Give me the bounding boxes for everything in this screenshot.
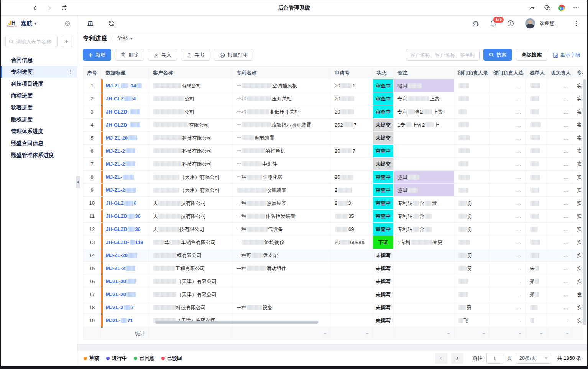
browser-menu-icon[interactable]: [572, 4, 580, 12]
form-search-input[interactable]: [16, 39, 54, 44]
reload-icon[interactable]: [60, 4, 68, 12]
record-link[interactable]: MJZL-71: [106, 318, 133, 323]
sidebar-collapse-handle[interactable]: [76, 176, 80, 188]
batch-print-button[interactable]: 批量打印: [214, 49, 253, 61]
sidebar-item-8[interactable]: 熙盛合同信息: [1, 137, 77, 149]
stats-dropdown-arrow[interactable]: [566, 333, 569, 335]
record-link[interactable]: JH-GLZD-: [106, 122, 141, 128]
delete-button[interactable]: 删除: [115, 49, 144, 61]
table-row[interactable]: 5MJ-ZL-20科技有限公司一调节装置未提交......实: [83, 132, 581, 145]
table-row[interactable]: 8MJ-ZL-（天津）有限公司一种尘净化塔20审查中驳回......实: [83, 171, 581, 184]
stats-dropdown-arrow[interactable]: [324, 333, 327, 335]
record-link[interactable]: MJZL-27: [106, 305, 134, 310]
sidebar-item-5[interactable]: 软著进度: [1, 102, 77, 114]
page-number-input[interactable]: [486, 353, 503, 364]
header-more-icon[interactable]: [572, 19, 580, 28]
table-search-input[interactable]: [410, 52, 475, 58]
export-button[interactable]: 导出: [181, 49, 210, 61]
sidebar-item-6[interactable]: 版权进度: [1, 114, 77, 125]
sidebar-item-4[interactable]: 商标进度: [1, 90, 77, 102]
add-form-button[interactable]: +: [61, 36, 72, 47]
refresh-icon[interactable]: [107, 19, 116, 28]
table-row[interactable]: 2JH-GLZ4公司一种压开关柜20审查中专利上费......实: [83, 92, 581, 105]
table-row[interactable]: 14MJ-ZL-20程有限公司一种可盘支架未撰写勇......实: [83, 249, 581, 262]
table-row[interactable]: 11JH-GLZD36天技有限公司一种体防挥发装置35审查中专利转含勇.....…: [83, 210, 581, 223]
data-title-cell: JH-GLZD36: [101, 223, 149, 236]
workspace-switcher[interactable]: 嘉航: [21, 20, 37, 27]
table-row[interactable]: 18MJZL-27科技有限公司一种设备未撰写勇......实: [83, 301, 581, 314]
search-button[interactable]: 搜索: [483, 49, 512, 61]
table-row[interactable]: 17MJZL-20（天津）有限公司未撰写.郑...发: [83, 288, 581, 301]
sidebar-item-3[interactable]: 科技项目进度: [1, 78, 77, 90]
table-row[interactable]: 16MJZL-20（天津）有限公司未撰写.郑...实: [83, 275, 581, 288]
share-icon[interactable]: [528, 4, 536, 12]
wechat-icon[interactable]: [543, 4, 552, 12]
vertical-scrollbar[interactable]: [583, 79, 586, 325]
help-icon[interactable]: ?: [506, 19, 515, 28]
import-button[interactable]: 导入: [148, 49, 177, 61]
record-link[interactable]: JH-GLZ6: [106, 200, 136, 206]
show-fields-button[interactable]: 显示字段: [551, 51, 582, 58]
table-row[interactable]: 1MJ-ZL-04有限公司一空调挡风板201审查中驳回......实: [83, 79, 581, 92]
record-link[interactable]: MJ-ZL-04: [106, 83, 142, 89]
sidebar-item-9[interactable]: 熙盛管理体系进度: [1, 149, 77, 161]
stats-dropdown-arrow[interactable]: [482, 333, 485, 335]
stats-dropdown-arrow[interactable]: [366, 333, 369, 335]
home-bank-icon[interactable]: [86, 19, 94, 28]
redacted-text: [458, 214, 467, 219]
record-link[interactable]: MJ-ZL-2: [106, 161, 136, 167]
record-link[interactable]: JH-GLZ4: [106, 96, 136, 102]
next-page-button[interactable]: [451, 353, 463, 364]
record-link[interactable]: MJ-ZL-2: [106, 187, 136, 193]
gear-icon[interactable]: [63, 19, 72, 28]
chrome-profile-icon[interactable]: [558, 5, 565, 11]
cell-text: 科技有限公司: [182, 161, 212, 168]
page-size-select[interactable]: 20条/页: [516, 353, 551, 364]
customer-name-cell: 天技有限公司: [149, 197, 233, 209]
user-avatar[interactable]: [525, 18, 535, 29]
table-row[interactable]: 4JH-GLZD-有限公司一疏散指示照明装置2027未提交1专上含2上.....…: [83, 119, 581, 132]
horizontal-scrollbar[interactable]: [155, 321, 318, 324]
back-icon[interactable]: [31, 4, 39, 12]
record-link[interactable]: MJ-ZL-: [106, 174, 135, 180]
stats-dropdown-arrow[interactable]: [447, 333, 450, 335]
table-row[interactable]: 7MJ-ZL-2科技有限公司一中组件未提交......实: [83, 158, 581, 171]
sidebar-item-2[interactable]: 专利进度: [1, 66, 77, 78]
customer-name-cell: 科技有限公司: [149, 301, 233, 314]
sidebar-item-7[interactable]: 管理体系进度: [1, 125, 77, 137]
record-link[interactable]: MJ-ZL-2: [106, 265, 136, 271]
record-link[interactable]: MJZL-20: [106, 292, 136, 297]
table-row[interactable]: 12JH-GLZD36天技有限公司一种气设备69审查中专利转含勇......实: [83, 223, 581, 236]
record-link[interactable]: MJZL-20: [106, 278, 136, 284]
application-no-cell: [331, 275, 373, 288]
record-link[interactable]: JH-GLZD-119: [106, 239, 143, 245]
record-link[interactable]: MJ-ZL-2: [106, 148, 136, 154]
table-row[interactable]: 6MJ-ZL-2科技有限公司一的打卷机207审查中......实: [83, 145, 581, 158]
view-filter-dropdown[interactable]: 全部: [117, 35, 133, 42]
table-row[interactable]: 10JH-GLZ6天技有限公司一种热反应釜23审查中专利转含费勇......实: [83, 197, 581, 210]
notifications-button[interactable]: 175: [490, 20, 496, 27]
data-title-cell: JH-GLZ4: [101, 92, 149, 105]
record-link[interactable]: JH-GLZD36: [106, 226, 141, 232]
redacted-text: [458, 201, 467, 206]
advanced-search-button[interactable]: 高级搜索: [516, 49, 547, 61]
record-link[interactable]: JH-GLZD-: [106, 109, 141, 115]
table-row[interactable]: 9MJ-ZL-2（天津）有限公司收集装置2审查中驳回......实: [83, 184, 581, 197]
stats-dropdown-arrow[interactable]: [540, 333, 543, 335]
add-button[interactable]: 新增: [83, 49, 111, 61]
redacted-text: [458, 240, 470, 245]
table-row[interactable]: 3JH-GLZD-公司一种高低压开关柜20审查中专利含2上费......实: [83, 105, 581, 119]
support-headset-icon[interactable]: [471, 19, 480, 28]
prev-page-button[interactable]: [435, 353, 447, 364]
item-more-icon[interactable]: [70, 70, 71, 74]
record-link[interactable]: MJ-ZL-20: [106, 135, 138, 141]
forward-icon[interactable]: [45, 4, 54, 12]
table-row[interactable]: 20MJZL-2024071: [83, 327, 581, 328]
patent-name-cell: 一中组件: [233, 158, 331, 170]
table-row[interactable]: 15MJ-ZL-2工程有限公司一种滑动组件未撰写勇..朱...实: [83, 262, 581, 275]
record-link[interactable]: MJ-ZL-20: [106, 252, 138, 258]
sidebar-item-1[interactable]: 合同信息: [1, 54, 77, 66]
table-row[interactable]: 13JH-GLZD-119华车销售有限公司一池均衡仪206099X下证1专利变更…: [83, 236, 581, 249]
record-link[interactable]: JH-GLZD36: [106, 213, 141, 219]
stats-dropdown-arrow[interactable]: [519, 333, 522, 335]
